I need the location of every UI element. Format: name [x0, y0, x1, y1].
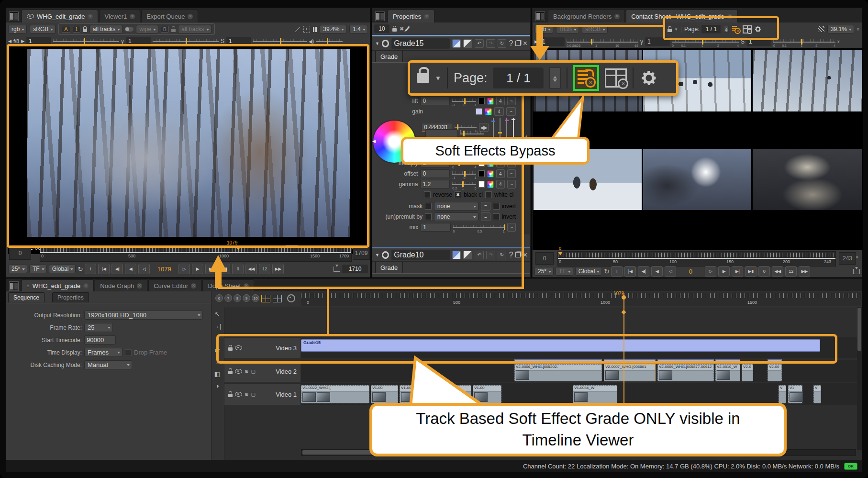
timecode-mode-select[interactable]: TF	[29, 265, 47, 273]
gain-slider[interactable]	[53, 38, 119, 44]
mask-icon[interactable]: ▢	[251, 392, 255, 397]
roi-icon[interactable]	[303, 26, 310, 33]
contact-sheet-view-icon[interactable]	[261, 295, 270, 302]
clip-v1-small3[interactable]: V	[813, 385, 821, 403]
zoom-select[interactable]: 39.1%	[827, 25, 854, 33]
page-field[interactable]: 1 / 1	[701, 25, 721, 33]
offset-colorwheel-icon[interactable]	[487, 170, 494, 178]
b-buffer-button[interactable]: B	[161, 26, 169, 33]
black-clamp-checkbox[interactable]: ✖	[455, 191, 461, 198]
solo-track-icon[interactable]	[287, 294, 295, 302]
clip-v1-small1[interactable]: V	[779, 385, 786, 403]
mix-field[interactable]: 1	[421, 223, 450, 232]
pane-menu-icon[interactable]	[375, 11, 385, 21]
soft-effects-bypass-button[interactable]: ✕	[573, 65, 599, 91]
collapse-icon[interactable]: ▼	[375, 41, 379, 46]
lock-icon[interactable]	[668, 29, 672, 32]
eye-icon[interactable]	[235, 392, 242, 397]
tab-timeline-whg-edit-grade[interactable]: ≡WHG_edit_grade✕	[22, 279, 94, 291]
tab-viewer1[interactable]: Viewer1✕	[99, 10, 140, 22]
tab-viewer-whg-edit-grade[interactable]: WHG_edit_grade✕	[22, 10, 98, 22]
clip-v2-0009[interactable]: V2-0009_WHG.[005877-00612	[657, 364, 714, 381]
tab-dope-sheet[interactable]: Dope Sheet✕	[202, 279, 254, 291]
tag-marker-6[interactable]: 6	[215, 294, 223, 302]
tab-grade[interactable]: Grade	[375, 262, 403, 273]
lift-color-swatch[interactable]	[479, 98, 485, 104]
viewer-image-area[interactable]: A 1 V2-0007_WHG/V2 - J x=1919 y=613 0.01…	[8, 46, 369, 254]
float-panel-icon[interactable]	[515, 41, 520, 46]
edit-node-icon[interactable]	[405, 26, 410, 31]
mask-channel-checkbox[interactable]	[425, 203, 432, 210]
viewer-out-frame[interactable]: 1709	[353, 246, 370, 260]
zoom-select[interactable]: 39.4%	[320, 25, 346, 33]
gamma-split-button[interactable]: 4	[496, 180, 505, 189]
gear-icon[interactable]	[639, 68, 658, 88]
gain-slider[interactable]: 0.015625 1 10 64	[567, 38, 638, 45]
offset-field[interactable]: 0	[420, 169, 450, 178]
prev-edit-icon[interactable]: ◀|	[638, 266, 649, 277]
in-point-button[interactable]: I	[85, 264, 96, 274]
collapse-chevron-icon[interactable]: »	[836, 40, 842, 43]
in-point-button[interactable]: I	[611, 266, 623, 277]
clip-v1-0022[interactable]: V1-0022_WHG.[	[301, 385, 369, 403]
undo-icon[interactable]: ↶	[475, 251, 484, 259]
close-icon[interactable]: ✕	[424, 14, 429, 19]
step-back-icon[interactable]: ◀	[125, 264, 136, 274]
premult-invert-checkbox[interactable]	[493, 213, 500, 220]
close-icon[interactable]: ✕	[727, 14, 733, 19]
contact-in-frame[interactable]: 0	[535, 252, 554, 265]
node-color-wrench-icon[interactable]	[382, 251, 389, 259]
revert-icon[interactable]: ↻	[498, 251, 507, 259]
pause-renders-icon[interactable]	[313, 27, 317, 32]
page-spinner[interactable]	[724, 26, 729, 33]
clip-v1-0034[interactable]: V1-0034_W	[573, 385, 617, 403]
channels-button[interactable]	[452, 39, 461, 48]
next-fstop-icon[interactable]: ▶	[21, 39, 24, 44]
page-spinner[interactable]	[549, 67, 561, 89]
step-back-icon[interactable]: ◀	[651, 266, 663, 277]
track-header-video1[interactable]: ≋▢ Video 1	[224, 383, 301, 405]
lift-split-button[interactable]: 4	[496, 97, 505, 105]
slip-tool-icon[interactable]: ↔	[211, 334, 223, 342]
gamma-slider[interactable]: 0.2 1 5	[452, 181, 476, 188]
loop-mode-icon[interactable]: ↻	[604, 268, 609, 275]
help-icon[interactable]: ?	[509, 39, 513, 48]
alpha-button[interactable]	[463, 251, 472, 259]
premult-select[interactable]: none	[434, 212, 479, 221]
gain-field[interactable]: 1	[26, 37, 51, 45]
flipbook-icon[interactable]	[853, 269, 860, 274]
frame-range-select[interactable]: Global	[575, 267, 602, 276]
step-down-fps-icon[interactable]: ◀◀	[245, 264, 257, 274]
tab-sequence[interactable]: Sequence	[8, 292, 45, 302]
node-color-wrench-icon[interactable]	[382, 40, 389, 47]
clip-v2-0010[interactable]: V2-0010_W	[715, 364, 740, 381]
gain-color-swatch[interactable]	[476, 108, 482, 115]
lift-slider[interactable]: -1 0 1	[452, 98, 476, 104]
saturation-field[interactable]: 1	[746, 37, 771, 46]
lock-icon[interactable]	[228, 371, 233, 374]
mix-curve-icon[interactable]: ~	[507, 223, 516, 232]
collapse-chevron-icon[interactable]: »	[856, 28, 861, 31]
close-panel-icon[interactable]: ×	[523, 39, 527, 48]
goto-end-icon[interactable]: ▶▮	[745, 266, 757, 277]
wipe-handle-icon[interactable]: ／	[295, 25, 300, 33]
gamma-slider[interactable]: 0 0.1 1 2 4	[672, 38, 739, 45]
pane-menu-icon[interactable]	[9, 281, 19, 291]
gain-split-button[interactable]: 4	[494, 107, 504, 116]
wipe-mode-select[interactable]: wipe	[136, 25, 158, 33]
tab-properties[interactable]: Properties✕	[388, 10, 434, 22]
pane-menu-icon[interactable]	[9, 11, 19, 21]
lift-field[interactable]: 0	[420, 97, 450, 105]
playhead-marker[interactable]	[558, 252, 563, 258]
gamma-field[interactable]: 1	[645, 37, 670, 46]
proxy-icon[interactable]	[818, 26, 824, 32]
layers-icon[interactable]: ≋	[245, 392, 248, 397]
playback-fps[interactable]: 12	[785, 266, 797, 277]
next-edit-icon[interactable]: ▶|	[732, 266, 743, 277]
end-frame-field[interactable]: 1710	[342, 265, 368, 273]
collapse-chevron-icon[interactable]: »	[855, 256, 860, 258]
timecode-mode-select[interactable]: TF	[556, 267, 573, 276]
tag-marker-10[interactable]: 10	[252, 294, 259, 302]
contact-thumb-3[interactable]	[753, 50, 862, 111]
collapse-icon[interactable]: ▼	[375, 253, 379, 257]
